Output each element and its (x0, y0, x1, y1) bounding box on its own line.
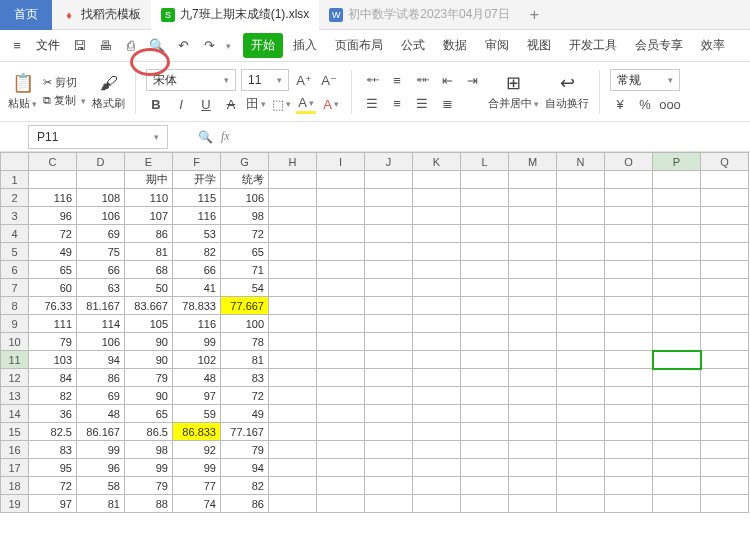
cell-J11[interactable] (365, 351, 413, 369)
cell-I17[interactable] (317, 459, 365, 477)
qat-more-icon[interactable]: ▾ (226, 41, 231, 51)
name-box[interactable]: P11▾ (28, 125, 168, 149)
cell-O17[interactable] (605, 459, 653, 477)
cell-H9[interactable] (269, 315, 317, 333)
cell-I4[interactable] (317, 225, 365, 243)
cell-Q16[interactable] (701, 441, 749, 459)
cell-P1[interactable] (653, 171, 701, 189)
cell-H11[interactable] (269, 351, 317, 369)
cell-L16[interactable] (461, 441, 509, 459)
cell-F15[interactable]: 86.833 (173, 423, 221, 441)
cell-L4[interactable] (461, 225, 509, 243)
cell-H4[interactable] (269, 225, 317, 243)
cell-G11[interactable]: 81 (221, 351, 269, 369)
cell-E15[interactable]: 86.5 (125, 423, 173, 441)
cell-F5[interactable]: 82 (173, 243, 221, 261)
cell-J2[interactable] (365, 189, 413, 207)
cell-P5[interactable] (653, 243, 701, 261)
cell-P14[interactable] (653, 405, 701, 423)
cell-D8[interactable]: 81.167 (77, 297, 125, 315)
cell-M8[interactable] (509, 297, 557, 315)
cell-D4[interactable]: 69 (77, 225, 125, 243)
cell-D9[interactable]: 114 (77, 315, 125, 333)
cell-H17[interactable] (269, 459, 317, 477)
cell-O7[interactable] (605, 279, 653, 297)
col-header-J[interactable]: J (365, 153, 413, 171)
cell-G7[interactable]: 54 (221, 279, 269, 297)
cell-J15[interactable] (365, 423, 413, 441)
cell-J6[interactable] (365, 261, 413, 279)
cell-K7[interactable] (413, 279, 461, 297)
cell-N1[interactable] (557, 171, 605, 189)
cell-Q1[interactable] (701, 171, 749, 189)
cell-N16[interactable] (557, 441, 605, 459)
cell-C12[interactable]: 84 (29, 369, 77, 387)
cell-M17[interactable] (509, 459, 557, 477)
cell-P4[interactable] (653, 225, 701, 243)
cell-N5[interactable] (557, 243, 605, 261)
cell-O19[interactable] (605, 495, 653, 513)
cell-N12[interactable] (557, 369, 605, 387)
cell-F18[interactable]: 77 (173, 477, 221, 495)
cell-H12[interactable] (269, 369, 317, 387)
cell-O11[interactable] (605, 351, 653, 369)
cell-E7[interactable]: 50 (125, 279, 173, 297)
indent-right-icon[interactable]: ⇥ (462, 70, 482, 90)
cell-O16[interactable] (605, 441, 653, 459)
row-header-19[interactable]: 19 (1, 495, 29, 513)
number-format-select[interactable]: 常规▾ (610, 69, 680, 91)
cell-K8[interactable] (413, 297, 461, 315)
cell-N19[interactable] (557, 495, 605, 513)
cell-G12[interactable]: 83 (221, 369, 269, 387)
cell-K14[interactable] (413, 405, 461, 423)
align-right-icon[interactable]: ☰ (412, 93, 432, 113)
cell-M6[interactable] (509, 261, 557, 279)
col-header-Q[interactable]: Q (701, 153, 749, 171)
cell-Q4[interactable] (701, 225, 749, 243)
cell-E6[interactable]: 68 (125, 261, 173, 279)
cell-L18[interactable] (461, 477, 509, 495)
cell-Q2[interactable] (701, 189, 749, 207)
cell-Q9[interactable] (701, 315, 749, 333)
select-all-corner[interactable] (1, 153, 29, 171)
cell-I13[interactable] (317, 387, 365, 405)
cell-L17[interactable] (461, 459, 509, 477)
ribbon-tab-start[interactable]: 开始 (243, 33, 283, 58)
cell-G15[interactable]: 77.167 (221, 423, 269, 441)
cell-E14[interactable]: 65 (125, 405, 173, 423)
cell-P13[interactable] (653, 387, 701, 405)
cell-Q10[interactable] (701, 333, 749, 351)
cell-G13[interactable]: 72 (221, 387, 269, 405)
cell-K4[interactable] (413, 225, 461, 243)
cell-J1[interactable] (365, 171, 413, 189)
cell-D19[interactable]: 81 (77, 495, 125, 513)
cell-O5[interactable] (605, 243, 653, 261)
cell-P16[interactable] (653, 441, 701, 459)
decrease-font-icon[interactable]: A⁻ (319, 70, 339, 90)
cell-E19[interactable]: 88 (125, 495, 173, 513)
col-header-K[interactable]: K (413, 153, 461, 171)
cell-J12[interactable] (365, 369, 413, 387)
cell-O15[interactable] (605, 423, 653, 441)
cell-C16[interactable]: 83 (29, 441, 77, 459)
cell-C1[interactable] (29, 171, 77, 189)
cell-M5[interactable] (509, 243, 557, 261)
cell-L9[interactable] (461, 315, 509, 333)
cell-D7[interactable]: 63 (77, 279, 125, 297)
ribbon-tab-layout[interactable]: 页面布局 (327, 33, 391, 58)
cell-C3[interactable]: 96 (29, 207, 77, 225)
cell-M2[interactable] (509, 189, 557, 207)
cell-F7[interactable]: 41 (173, 279, 221, 297)
cell-I14[interactable] (317, 405, 365, 423)
row-header-13[interactable]: 13 (1, 387, 29, 405)
indent-left-icon[interactable]: ⇤ (437, 70, 457, 90)
tab-templates[interactable]: ♦找稻壳模板 (52, 0, 151, 30)
cell-I16[interactable] (317, 441, 365, 459)
cell-C17[interactable]: 95 (29, 459, 77, 477)
cell-N4[interactable] (557, 225, 605, 243)
cell-K13[interactable] (413, 387, 461, 405)
col-header-N[interactable]: N (557, 153, 605, 171)
cell-H2[interactable] (269, 189, 317, 207)
row-header-12[interactable]: 12 (1, 369, 29, 387)
col-header-D[interactable]: D (77, 153, 125, 171)
